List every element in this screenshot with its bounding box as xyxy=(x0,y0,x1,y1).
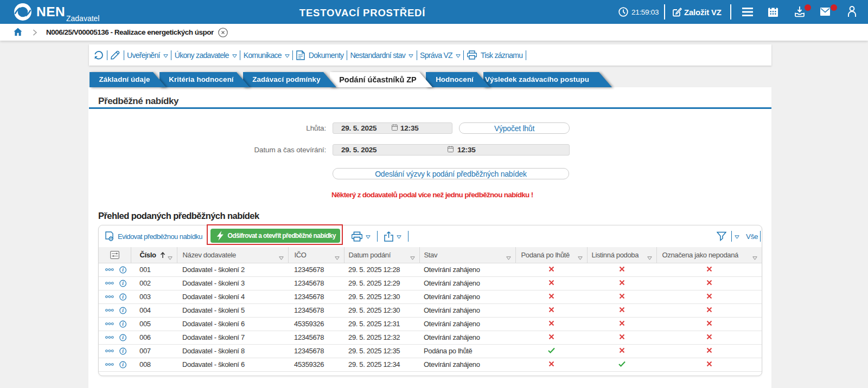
svg-text:i: i xyxy=(122,281,124,286)
svg-text:i: i xyxy=(122,362,124,367)
svg-text:i: i xyxy=(122,348,124,354)
svg-text:i: i xyxy=(122,294,124,300)
svg-text:i: i xyxy=(122,335,124,340)
svg-text:i: i xyxy=(122,308,124,313)
svg-text:i: i xyxy=(122,267,124,273)
svg-text:i: i xyxy=(122,321,124,327)
